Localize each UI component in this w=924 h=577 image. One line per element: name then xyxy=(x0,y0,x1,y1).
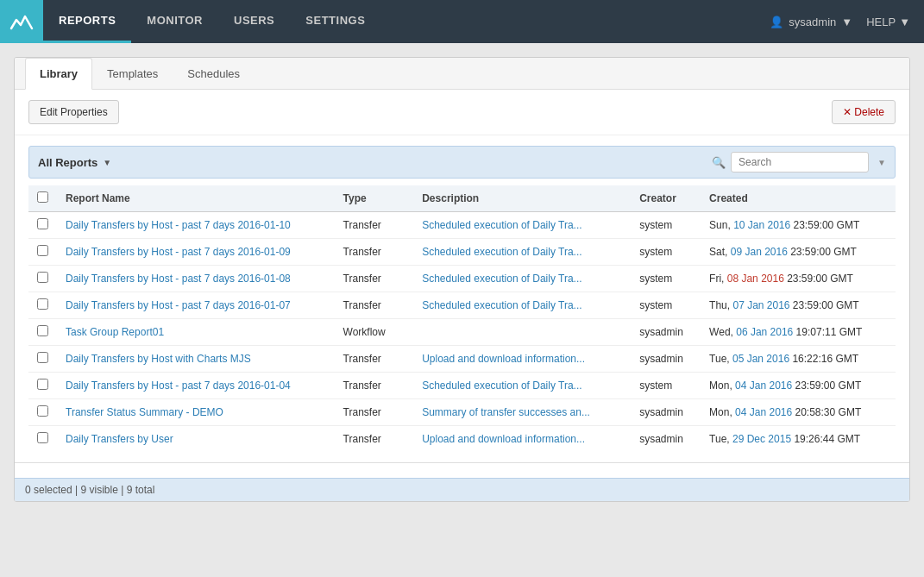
horizontal-scrollbar[interactable] xyxy=(15,462,909,478)
row-created: Tue, 05 Jan 2016 16:22:16 GMT xyxy=(701,346,896,373)
row-creator: system xyxy=(631,239,701,266)
report-name-link[interactable]: Daily Transfers by Host - past 7 days 20… xyxy=(66,379,291,392)
row-checkbox[interactable] xyxy=(37,298,48,310)
header-created: Created xyxy=(701,185,896,212)
row-checkbox[interactable] xyxy=(37,218,48,229)
filter-left: All Reports ▼ xyxy=(38,156,111,169)
row-type: Transfer xyxy=(335,212,414,239)
report-name-link[interactable]: Daily Transfers by Host - past 7 days 20… xyxy=(66,299,291,311)
delete-icon: ✕ xyxy=(843,106,852,118)
row-description: Upload and download information... xyxy=(413,426,631,453)
description-link[interactable]: Scheduled execution of Daily Tra... xyxy=(422,299,581,311)
report-name-link[interactable]: Daily Transfers by User xyxy=(66,433,173,445)
user-menu[interactable]: 👤 sysadmin ▼ xyxy=(770,16,852,28)
description-link[interactable]: Scheduled execution of Daily Tra... xyxy=(422,246,581,258)
row-name: Daily Transfers by Host - past 7 days 20… xyxy=(57,212,335,239)
description-link[interactable]: Upload and download information... xyxy=(422,353,585,365)
select-all-checkbox[interactable] xyxy=(37,191,48,203)
row-checkbox-cell xyxy=(28,292,57,319)
row-checkbox[interactable] xyxy=(37,245,48,256)
description-link[interactable]: Scheduled execution of Daily Tra... xyxy=(422,219,581,231)
row-checkbox-cell xyxy=(28,212,57,239)
row-checkbox[interactable] xyxy=(37,325,48,336)
table-row: Daily Transfers by UserTransferUpload an… xyxy=(28,426,896,453)
header-type: Type xyxy=(335,185,414,212)
row-checkbox-cell xyxy=(28,239,57,266)
row-checkbox[interactable] xyxy=(37,405,48,417)
report-name-link[interactable]: Transfer Status Summary - DEMO xyxy=(66,406,223,418)
row-description: Upload and download information... xyxy=(413,346,631,373)
all-reports-label[interactable]: All Reports xyxy=(38,156,97,169)
row-description xyxy=(413,319,631,346)
created-date-link[interactable]: 08 Jan 2016 xyxy=(727,273,784,285)
created-date-link[interactable]: 10 Jan 2016 xyxy=(733,219,790,231)
description-link[interactable]: Scheduled execution of Daily Tra... xyxy=(422,379,581,392)
description-link[interactable]: Upload and download information... xyxy=(422,433,585,445)
table-body: Daily Transfers by Host - past 7 days 20… xyxy=(28,212,896,453)
row-creator: sysadmin xyxy=(631,346,701,373)
row-checkbox-cell xyxy=(28,373,57,399)
row-creator: system xyxy=(631,373,701,399)
created-date-link[interactable]: 29 Dec 2015 xyxy=(732,433,791,445)
table-row: Transfer Status Summary - DEMOTransferSu… xyxy=(28,399,896,426)
report-name-link[interactable]: Task Group Report01 xyxy=(66,326,164,338)
row-creator: sysadmin xyxy=(631,426,701,453)
row-name: Daily Transfers by Host - past 7 days 20… xyxy=(57,292,335,319)
row-checkbox[interactable] xyxy=(37,379,48,390)
row-name: Daily Transfers by Host - past 7 days 20… xyxy=(57,373,335,399)
table-header-row: Report Name Type Description Creator Cre… xyxy=(28,185,896,212)
row-type: Transfer xyxy=(335,373,414,399)
username: sysadmin xyxy=(789,16,836,28)
help-menu[interactable]: HELP ▼ xyxy=(866,16,910,28)
nav-users[interactable]: USERS xyxy=(218,0,290,43)
report-name-link[interactable]: Daily Transfers by Host - past 7 days 20… xyxy=(66,219,291,231)
tab-schedules[interactable]: Schedules xyxy=(173,58,255,90)
row-name: Daily Transfers by User xyxy=(57,426,335,453)
row-checkbox[interactable] xyxy=(37,272,48,283)
table-area: All Reports ▼ 🔍 ▼ Report Name xyxy=(15,135,909,462)
report-name-link[interactable]: Daily Transfers by Host - past 7 days 20… xyxy=(66,246,291,258)
created-date-link[interactable]: 04 Jan 2016 xyxy=(735,406,792,418)
header-creator: Creator xyxy=(631,185,701,212)
created-date-link[interactable]: 07 Jan 2016 xyxy=(732,299,789,311)
row-created: Mon, 04 Jan 2016 20:58:30 GMT xyxy=(701,399,896,426)
row-type: Workflow xyxy=(335,319,414,346)
description-link[interactable]: Scheduled execution of Daily Tra... xyxy=(422,273,581,285)
row-description: Summary of transfer successes an... xyxy=(413,399,631,426)
edit-properties-button[interactable]: Edit Properties xyxy=(28,100,119,124)
nav-reports[interactable]: REPORTS xyxy=(43,0,131,43)
table-row: Daily Transfers by Host - past 7 days 20… xyxy=(28,292,896,319)
delete-button[interactable]: ✕ Delete xyxy=(832,100,896,124)
description-link[interactable]: Summary of transfer successes an... xyxy=(422,406,590,418)
table-row: Daily Transfers by Host - past 7 days 20… xyxy=(28,373,896,399)
help-label: HELP xyxy=(866,16,896,28)
nav-monitor[interactable]: MONITOR xyxy=(131,0,218,43)
row-created: Tue, 29 Dec 2015 19:26:44 GMT xyxy=(701,426,896,453)
row-creator: system xyxy=(631,212,701,239)
logo[interactable] xyxy=(0,0,43,43)
created-date-link[interactable]: 04 Jan 2016 xyxy=(735,379,792,392)
created-date-link[interactable]: 09 Jan 2016 xyxy=(731,246,788,258)
status-text: 0 selected | 9 visible | 9 total xyxy=(25,484,154,496)
created-date-link[interactable]: 05 Jan 2016 xyxy=(732,353,789,365)
report-name-link[interactable]: Daily Transfers by Host with Charts MJS xyxy=(66,353,251,365)
created-date-link[interactable]: 06 Jan 2016 xyxy=(736,326,793,338)
row-created: Wed, 06 Jan 2016 19:07:11 GMT xyxy=(701,319,896,346)
row-creator: sysadmin xyxy=(631,399,701,426)
row-checkbox-cell xyxy=(28,426,57,453)
nav-settings[interactable]: SETTINGS xyxy=(290,0,380,43)
row-checkbox[interactable] xyxy=(37,432,48,443)
table-row: Daily Transfers by Host with Charts MJST… xyxy=(28,346,896,373)
row-checkbox-cell xyxy=(28,346,57,373)
search-icon: 🔍 xyxy=(712,156,726,169)
search-input[interactable] xyxy=(731,152,869,172)
row-type: Transfer xyxy=(335,239,414,266)
sort-dropdown-arrow[interactable]: ▼ xyxy=(877,158,886,167)
table-row: Task Group Report01WorkflowsysadminWed, … xyxy=(28,319,896,346)
tab-library[interactable]: Library xyxy=(25,58,92,90)
row-checkbox-cell xyxy=(28,266,57,292)
report-name-link[interactable]: Daily Transfers by Host - past 7 days 20… xyxy=(66,273,291,285)
tab-templates[interactable]: Templates xyxy=(92,58,173,90)
row-checkbox[interactable] xyxy=(37,352,48,363)
all-reports-arrow[interactable]: ▼ xyxy=(103,158,111,167)
